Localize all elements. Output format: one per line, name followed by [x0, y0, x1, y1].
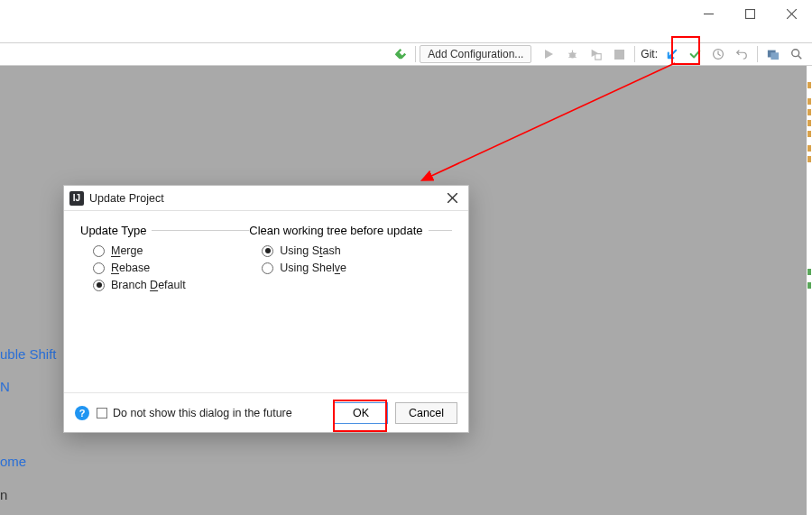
close-icon	[787, 9, 797, 19]
git-update-icon[interactable]	[661, 44, 681, 64]
update-project-dialog: IJ Update Project Update Type Merge Reba…	[63, 185, 469, 433]
gutter-mark	[807, 98, 811, 105]
search-icon[interactable]	[787, 44, 807, 64]
svg-line-15	[798, 56, 802, 60]
gutter-mark	[807, 131, 811, 137]
dialog-body: Update Type Merge Rebase Branch Default …	[64, 211, 468, 392]
radio-branch-default[interactable]: Branch Default	[93, 279, 249, 291]
separator	[429, 230, 453, 231]
dialog-footer: ? Do not show this dialog in the future …	[64, 392, 468, 432]
separator	[415, 46, 416, 62]
clean-tree-group: Clean working tree before update Using S…	[249, 224, 452, 392]
radio-icon	[93, 262, 105, 274]
group-title: Clean working tree before update	[249, 224, 422, 237]
radio-label: Using Stash	[280, 244, 340, 257]
radio-label: Branch Default	[111, 279, 186, 291]
maximize-icon	[745, 9, 755, 19]
gutter-mark	[807, 156, 811, 162]
git-revert-icon[interactable]	[732, 44, 752, 64]
svg-line-8	[568, 56, 570, 57]
radio-icon	[262, 262, 273, 274]
gutter-mark	[807, 82, 811, 88]
close-icon	[448, 193, 457, 203]
ok-button[interactable]: OK	[334, 402, 388, 424]
radio-using-shelve[interactable]: Using Shelve	[262, 262, 452, 274]
run-icon[interactable]	[539, 44, 558, 64]
svg-rect-1	[745, 9, 754, 18]
cancel-label: Cancel	[409, 407, 444, 419]
background-hint-link: uble Shift	[0, 346, 57, 362]
window-maximize-button[interactable]	[729, 0, 770, 27]
svg-rect-10	[614, 50, 624, 60]
stop-icon[interactable]	[609, 44, 629, 64]
minimize-icon	[704, 9, 714, 19]
radio-label: Merge	[111, 244, 143, 257]
radio-label: Using Shelve	[280, 262, 346, 274]
dialog-close-button[interactable]	[443, 189, 461, 207]
svg-point-14	[792, 50, 799, 57]
background-hint-link: N	[0, 379, 10, 394]
git-label: Git:	[641, 48, 658, 60]
radio-merge[interactable]: Merge	[93, 244, 249, 257]
build-icon[interactable]	[390, 44, 410, 64]
radio-icon	[93, 280, 105, 291]
gutter-mark	[807, 269, 811, 275]
group-title: Update Type	[80, 224, 146, 237]
radio-icon	[262, 245, 273, 257]
dialog-title: Update Project	[89, 192, 443, 205]
window-controls	[687, 0, 812, 27]
separator	[757, 46, 758, 62]
gutter-mark	[807, 145, 811, 152]
svg-rect-13	[770, 52, 779, 60]
main-toolbar: Add Configuration... Git:	[0, 42, 812, 66]
svg-point-4	[569, 52, 576, 59]
gutter-mark	[807, 120, 811, 126]
svg-line-7	[575, 52, 577, 53]
radio-label: Rebase	[111, 262, 150, 274]
add-configuration-dropdown[interactable]: Add Configuration...	[420, 45, 531, 63]
window-close-button[interactable]	[770, 0, 812, 27]
git-commit-icon[interactable]	[685, 44, 705, 64]
separator	[152, 230, 249, 231]
cancel-button[interactable]: Cancel	[395, 402, 457, 424]
git-history-icon[interactable]	[708, 44, 728, 64]
gutter-mark	[807, 109, 811, 115]
do-not-show-label: Do not show this dialog in the future	[113, 407, 327, 419]
gutter-mark	[807, 282, 811, 289]
window-minimize-button[interactable]	[687, 0, 729, 27]
project-structure-icon[interactable]	[763, 44, 783, 64]
add-configuration-label: Add Configuration...	[428, 48, 523, 60]
radio-rebase[interactable]: Rebase	[93, 262, 249, 274]
separator	[634, 46, 635, 62]
background-hint-text: n	[0, 487, 7, 502]
radio-icon	[93, 245, 105, 257]
right-gutter	[807, 66, 812, 515]
svg-line-9	[575, 56, 577, 57]
update-type-group: Update Type Merge Rebase Branch Default	[80, 224, 249, 392]
background-hint-link: ome	[0, 454, 26, 469]
svg-line-6	[568, 52, 570, 53]
help-icon[interactable]: ?	[75, 406, 89, 420]
do-not-show-checkbox[interactable]	[97, 408, 107, 418]
ok-label: OK	[353, 407, 369, 419]
dialog-titlebar: IJ Update Project	[64, 186, 468, 211]
app-icon: IJ	[69, 191, 84, 206]
debug-icon[interactable]	[562, 44, 582, 64]
run-coverage-icon[interactable]	[586, 44, 605, 64]
radio-using-stash[interactable]: Using Stash	[262, 244, 452, 257]
